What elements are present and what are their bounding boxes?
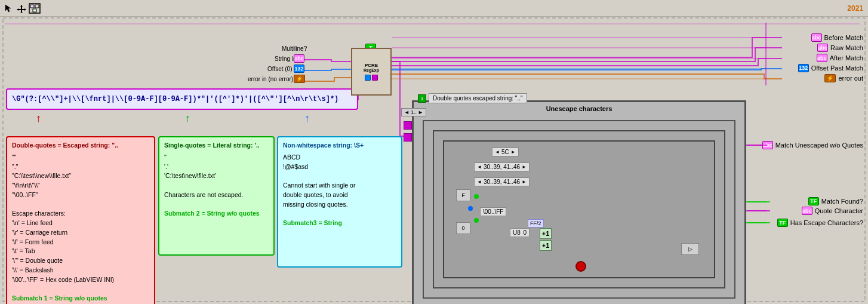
offset-terminal: 132 <box>294 65 304 73</box>
func-block-1: F <box>456 189 470 201</box>
error-in-label: error in (no error) <box>248 76 293 82</box>
i-indicator: I <box>418 94 426 103</box>
pcre-block: PCRE RegExp <box>351 48 392 96</box>
dot-3 <box>474 218 479 223</box>
quote-char-terminal: abc <box>802 207 812 215</box>
comment-cyan: Non-whitespace string: \S+ ABCD !@#$asd … <box>277 136 402 268</box>
canvas: \G"(?:[^\\"]+|\\[\fnrt]|\\[0-9A-F][0-9A-… <box>0 17 868 304</box>
multiline-label: Multiline? <box>282 45 307 52</box>
before-match-label: Before Match <box>824 34 863 41</box>
offset-past-match-row: 132 Offset Past Match <box>798 64 863 72</box>
pink-sq-2 <box>404 133 412 142</box>
unescape-title: Unescape characters <box>546 105 612 112</box>
comment-cyan-title: Non-whitespace string: \S+ <box>283 141 396 151</box>
scroll-nav: ◄ 1.. ► <box>401 108 426 116</box>
svg-rect-3 <box>33 9 36 12</box>
func-block-2: 0 <box>456 222 470 234</box>
raw-match-terminal: abc <box>817 44 828 52</box>
match-found-label: Match Found? <box>821 198 863 205</box>
match-unescaped-label: Match Unescaped w/o Quotes <box>775 142 863 149</box>
raw-match-row: abc Raw Match <box>817 44 863 52</box>
has-escape-row: TF Has Escape Characters? <box>777 219 863 227</box>
error-out-terminal: ⚡ <box>824 74 836 82</box>
year-label: 2021 <box>847 4 863 13</box>
submatch1-label: Submatch 1 = String w/o quotes <box>12 294 107 302</box>
offset-past-match-label: Offset Past Match <box>811 65 863 72</box>
before-match-row: abc Before Match <box>811 33 863 42</box>
has-escape-terminal: TF <box>777 219 788 227</box>
offset-label: Offset (0) <box>267 66 293 72</box>
error-in-terminal: ⚡ <box>294 75 305 82</box>
submatch2-label: Submatch 2 = String w/o quotes <box>164 210 260 217</box>
dot-1 <box>474 194 479 199</box>
submatch3-label: Submatch3 = String <box>283 219 342 226</box>
after-match-row: abc After Match <box>817 54 863 62</box>
svg-rect-1 <box>30 5 34 8</box>
match-unescaped-row: abc Match Unescaped w/o Quotes <box>762 141 863 149</box>
raw-match-label: Raw Match <box>830 44 863 51</box>
unescape-block: Unescape characters ◄ 5C ► ◄ 30..39, 41.… <box>412 100 746 304</box>
nav-block: ▷ <box>681 243 699 255</box>
offset-past-match-terminal: 132 <box>798 64 809 72</box>
comment-red-title: Double-quotes = Escaped string: ".. <box>12 141 149 151</box>
unescape-inner: ◄ 5C ► ◄ 30..39, 41..46 ► ◄ 30..39, 41..… <box>423 120 735 299</box>
after-match-terminal: abc <box>817 54 827 62</box>
comment-green: Single-quotes = Literal string: '.. '' '… <box>158 136 275 256</box>
move-tool[interactable] <box>16 2 27 14</box>
match-found-terminal: TF <box>808 197 819 205</box>
after-match-label: After Match <box>830 54 863 62</box>
svg-rect-2 <box>35 5 39 8</box>
u8-box: U8 0 <box>510 228 530 237</box>
comment-green-body: '' '.' 'C:\test\new\file.txt' Characters… <box>164 153 269 219</box>
arrow-blue: ↑ <box>304 112 310 125</box>
hex-range-box: \00..\FF <box>480 207 506 216</box>
comment-green-title: Single-quotes = Literal string: '.. <box>164 141 269 151</box>
comment-red-body: "" "." "C:\\test\\new\\file.txt" "\f\n\r… <box>12 153 149 303</box>
arrow-green: ↑ <box>185 112 190 125</box>
unescape-inner3: ◄ 5C ► ◄ 30..39, 41..46 ► ◄ 30..39, 41..… <box>443 140 715 278</box>
before-match-terminal: abc <box>811 33 822 42</box>
string-in-terminal: abc <box>294 54 304 63</box>
comment-cyan-body: ABCD !@#$asd Cannot start with single or… <box>283 153 396 228</box>
match-found-row: TF Match Found? <box>808 197 863 205</box>
diagram-tool[interactable] <box>29 2 41 14</box>
comment-red: Double-quotes = Escaped string: ".. "" "… <box>6 136 155 304</box>
val-5c-box: ◄ 5C ► <box>492 148 519 156</box>
quote-char-label: Quote Character <box>815 207 863 214</box>
toolbar: 2021 <box>0 0 868 17</box>
stop-indicator <box>575 261 586 272</box>
pointer-tool[interactable] <box>2 2 14 14</box>
increment-block-2: +1 <box>540 240 552 251</box>
dq-label-box: Double quotes escaped string: ".." <box>429 93 527 103</box>
ff-box: FF/2 <box>528 219 544 228</box>
pink-sq-1 <box>404 121 412 130</box>
regex-pattern-box: \G"(?:[^\\"]+|\\[\fnrt]|\\[0-9A-F][0-9A-… <box>6 88 358 110</box>
error-out-label: error out <box>838 75 863 82</box>
error-out-row: ⚡ error out <box>824 74 863 82</box>
range2-box: ◄ 30..39, 41..46 ► <box>474 177 530 186</box>
unescape-inner2: ◄ 5C ► ◄ 30..39, 41..46 ► ◄ 30..39, 41..… <box>433 130 725 288</box>
quote-char-row: abc Quote Character <box>802 207 863 215</box>
regex-pattern-text: \G"(?:[^\\"]+|\\[\fnrt]|\\[0-9A-F][0-9A-… <box>12 95 338 103</box>
increment-block-1: +1 <box>540 228 552 239</box>
has-escape-label: Has Escape Characters? <box>790 219 863 226</box>
range1-box: ◄ 30..39, 41..46 ► <box>474 162 530 171</box>
match-unescaped-terminal: abc <box>762 141 773 149</box>
dot-2 <box>468 206 473 211</box>
arrow-red: ↑ <box>36 112 41 125</box>
